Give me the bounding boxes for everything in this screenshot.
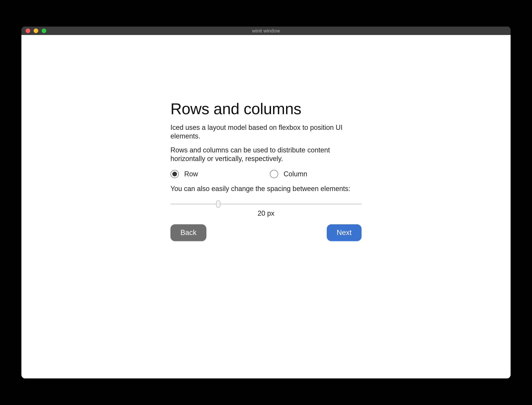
spacing-paragraph: You can also easily change the spacing b…: [170, 184, 362, 193]
radio-label-column: Column: [284, 170, 307, 178]
app-window: winit window Rows and columns Iced uses …: [21, 27, 511, 378]
content-area: Rows and columns Iced uses a layout mode…: [21, 35, 511, 378]
radio-circle-row: [170, 170, 179, 178]
traffic-lights: [26, 28, 46, 33]
minimize-icon[interactable]: [34, 28, 38, 33]
maximize-icon[interactable]: [42, 28, 46, 33]
radio-circle-column: [270, 170, 278, 178]
slider-track: [170, 204, 362, 204]
radio-option-row[interactable]: Row: [170, 170, 258, 178]
next-button[interactable]: Next: [327, 224, 362, 241]
slider-thumb[interactable]: [216, 200, 220, 208]
layout-radio-group: Row Column: [170, 170, 362, 178]
spacing-slider[interactable]: [170, 201, 362, 208]
back-button[interactable]: Back: [170, 224, 206, 241]
nav-button-row: Back Next: [170, 224, 362, 241]
radio-option-column[interactable]: Column: [270, 170, 358, 178]
intro-paragraph-2: Rows and columns can be used to distribu…: [170, 146, 362, 163]
main-panel: Rows and columns Iced uses a layout mode…: [170, 100, 362, 241]
intro-paragraph-1: Iced uses a layout model based on flexbo…: [170, 123, 362, 140]
window-title: winit window: [21, 28, 511, 34]
spacing-value-label: 20 px: [170, 209, 362, 217]
titlebar: winit window: [21, 27, 511, 35]
close-icon[interactable]: [26, 28, 30, 33]
page-heading: Rows and columns: [170, 100, 362, 118]
radio-label-row: Row: [184, 170, 198, 178]
radio-dot-icon: [172, 172, 177, 176]
